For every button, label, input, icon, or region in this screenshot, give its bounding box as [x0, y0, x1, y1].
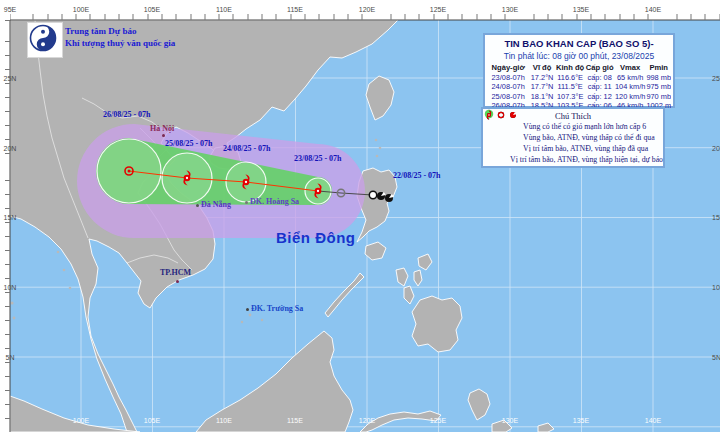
table-row: 23/08-07h 17.2°N 116.6°E cấp: 08 65 km/h… — [485, 73, 673, 83]
top-axis-ticks — [10, 14, 720, 20]
lon-label: 105E — [144, 6, 160, 13]
legend-label: Vùng bão, ATNĐ, vùng thấp có thể đi qua — [523, 133, 655, 142]
forecast-label-23-08: 23/08/25 - 07h — [294, 154, 342, 163]
legend-label: Vị trí tâm bão, ATNĐ, vùng thấp đã qua — [523, 144, 648, 153]
city-marker-danang — [196, 204, 199, 207]
city-label-tphcm: TP.HCM — [160, 268, 191, 277]
city-label-danang: Đà Nẵng — [201, 200, 231, 209]
cell: 111.5°E — [555, 82, 586, 92]
past-depression-symbol — [369, 191, 376, 198]
city-marker-hanoi — [162, 134, 165, 137]
lat-label: 25N — [4, 75, 17, 82]
globe-swirl-icon — [28, 23, 58, 53]
lat-label: 10N — [712, 284, 720, 291]
mindanao-island — [412, 296, 462, 352]
forecast-label-24-08: 24/08/25 - 07h — [223, 144, 271, 153]
lat-label: 25N — [712, 75, 720, 82]
legend-label: Vị trí tâm bão, ATNĐ, vùng thấp hiện tại… — [510, 155, 663, 164]
legend-item-current-forecast-positions: Vị trí tâm bão, ATNĐ, vùng thấp hiện tại… — [483, 154, 663, 165]
col-header: Cấp gió — [585, 63, 614, 73]
legend-panel: Chú Thích Vùng có thể có gió mạnh lớn hơ… — [481, 107, 665, 168]
legend-item-wind-zone: Vùng có thể có gió mạnh lớn hơn cấp 6 — [483, 121, 663, 132]
cell: cấp: 08 — [585, 73, 614, 83]
lon-label: 110E — [216, 6, 232, 13]
legend-item-past-positions: Vị trí tâm bão, ATNĐ, vùng thấp đã qua — [483, 143, 663, 154]
lon-label: 125E — [430, 6, 446, 13]
lon-label: 120E — [359, 417, 375, 424]
col-header: Vĩ độ — [529, 63, 555, 73]
cell: 65 km/h — [614, 73, 646, 83]
lon-label: 140E — [645, 417, 661, 424]
agency-name-line1: Trung tâm Dự báo — [65, 25, 175, 37]
island-marker-truong-sa — [246, 308, 249, 311]
cell: 18.1°N — [529, 92, 555, 102]
lat-label: 20N — [712, 145, 720, 152]
table-row: 24/08-07h 17.7°N 111.5°E cấp: 11 104 km/… — [485, 82, 673, 92]
cell: 17.2°N — [529, 73, 555, 83]
lon-label: 100E — [73, 6, 89, 13]
legend-label: Vùng có thể có gió mạnh lớn hơn cấp 6 — [523, 122, 646, 131]
lon-label: 100E — [73, 417, 89, 424]
cell: 25/08-07h — [487, 92, 529, 102]
lon-label: 140E — [645, 6, 661, 13]
island-marker-hoang-sa — [245, 201, 248, 204]
agency-name-line2: Khí tượng thuỷ văn quốc gia — [65, 37, 175, 49]
bulletin-issued-time: Tin phát lúc: 08 giờ 00 phút, 23/08/2025 — [485, 51, 673, 61]
lon-label: 125E — [430, 417, 446, 424]
cell: 24/08-07h — [487, 82, 529, 92]
lon-label: 115E — [287, 417, 303, 424]
lon-label: 120E — [359, 6, 375, 13]
col-header: Vmax — [614, 63, 646, 73]
cell: 104 km/h — [614, 82, 646, 92]
bulletin-header-row: Ngày-giờ Vĩ độ Kinh độ Cấp gió Vmax Pmin — [485, 63, 673, 73]
lat-label: 10N — [4, 284, 17, 291]
past-label-22-08: 22/08/25 - 07h — [393, 171, 441, 180]
city-marker-tphcm — [176, 280, 179, 283]
table-row: 25/08-07h 18.1°N 107.3°E cấp: 12 120 km/… — [485, 92, 673, 102]
lat-label: 5N — [712, 354, 720, 361]
lat-label: 20N — [4, 145, 17, 152]
cell: 970 mb — [646, 92, 671, 102]
island-label-hoang-sa: ĐK. Hoàng Sa — [250, 197, 299, 206]
col-header: Pmin — [646, 63, 671, 73]
cell: 17.7°N — [529, 82, 555, 92]
forecast-position-icons — [483, 109, 519, 121]
bulletin-title: TIN BAO KHAN CAP (BAO SO 5)- — [485, 38, 673, 49]
lon-label: 135E — [573, 417, 589, 424]
cell: 116.6°E — [555, 73, 586, 83]
cell: 998 mb — [646, 73, 671, 83]
forecast-label-25-08: 25/08/25 - 07h — [165, 139, 213, 148]
cell: cấp: 11 — [585, 82, 614, 92]
sea-label-bien-dong: Biển Đông — [276, 229, 356, 246]
cell: 107.3°E — [555, 92, 586, 102]
lon-label: 105E — [144, 417, 160, 424]
cell: 975 mb — [646, 82, 671, 92]
agency-logo — [27, 22, 63, 58]
city-label-hanoi: Hà Nội — [150, 124, 174, 133]
lat-label: 5N — [6, 354, 15, 361]
col-header: Kinh độ — [555, 63, 586, 73]
island-label-truong-sa: ĐK. Trường Sa — [251, 304, 303, 313]
lon-label: 115E — [287, 6, 303, 13]
cell: 23/08-07h — [487, 73, 529, 83]
cell: 120 km/h — [614, 92, 646, 102]
lon-label: 95E — [4, 6, 16, 13]
bulletin-panel: TIN BAO KHAN CAP (BAO SO 5)- Tin phát lú… — [483, 33, 675, 108]
lon-label: 130E — [502, 6, 518, 13]
legend-item-track-zone: Vùng bão, ATNĐ, vùng thấp có thể đi qua — [483, 132, 663, 143]
lat-label: 15N — [4, 214, 17, 221]
lon-label: 110E — [216, 417, 232, 424]
lat-label: 15N — [712, 214, 720, 221]
agency-name: Trung tâm Dự báo Khí tượng thuỷ văn quốc… — [65, 25, 175, 49]
forecast-label-26-08: 26/08/25 - 07h — [103, 110, 151, 119]
lon-label: 130E — [502, 417, 518, 424]
cell: cấp: 12 — [585, 92, 614, 102]
col-header: Ngày-giờ — [487, 63, 529, 73]
left-axis-ticks — [5, 20, 10, 432]
lon-label: 135E — [573, 6, 589, 13]
storm-bulletin-map: 95E 100E 105E 110E 115E 120E 125E 130E 1… — [0, 0, 720, 432]
